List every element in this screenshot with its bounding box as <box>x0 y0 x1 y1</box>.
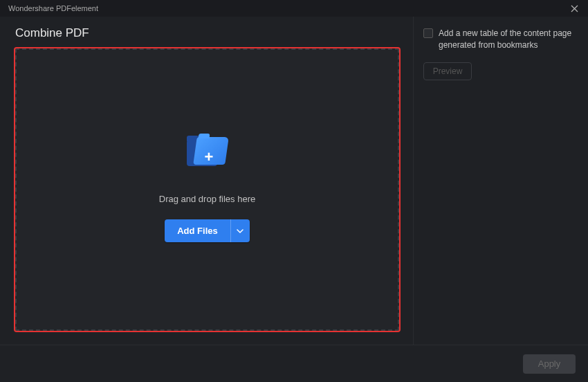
add-files-button[interactable]: Add Files <box>165 219 230 242</box>
add-files-group: Add Files <box>165 219 250 242</box>
drop-hint-text: Drag and drop files here <box>159 194 255 204</box>
folder-add-icon: + <box>187 137 228 170</box>
add-files-dropdown[interactable] <box>230 219 250 242</box>
title-bar: Wondershare PDFelement <box>0 0 588 17</box>
close-icon[interactable] <box>567 1 581 15</box>
apply-button[interactable]: Apply <box>523 354 576 374</box>
content-area: Combine PDF + Drag and drop files here A… <box>0 17 588 345</box>
page-title: Combine PDF <box>15 26 399 40</box>
toc-checkbox-row: Add a new table of the content page gene… <box>423 28 576 51</box>
toc-checkbox-label: Add a new table of the content page gene… <box>439 28 576 51</box>
chevron-down-icon <box>237 229 244 233</box>
preview-button[interactable]: Preview <box>423 62 472 80</box>
footer: Apply <box>0 345 588 382</box>
drop-area[interactable]: + Drag and drop files here Add Files <box>15 48 399 331</box>
window-title: Wondershare PDFelement <box>8 4 98 12</box>
toc-checkbox[interactable] <box>423 28 433 38</box>
side-panel: Add a new table of the content page gene… <box>414 17 588 345</box>
main-panel: Combine PDF + Drag and drop files here A… <box>0 17 414 345</box>
